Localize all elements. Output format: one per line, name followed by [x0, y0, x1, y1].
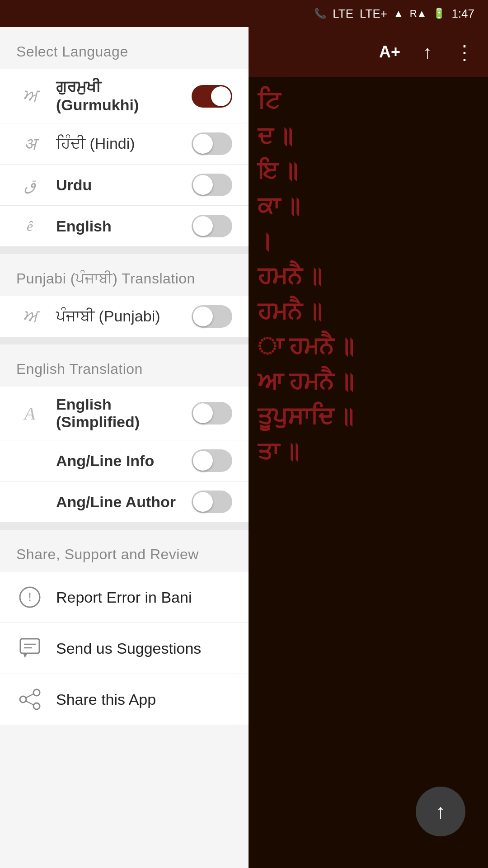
english-translation-header: English Translation	[0, 344, 249, 387]
share-app-label: Share this App	[56, 691, 156, 708]
ang-line-author-row[interactable]: Ang/Line Author	[0, 481, 249, 523]
battery-icon: 🔋	[433, 8, 445, 19]
hindi-toggle-knob	[193, 134, 213, 154]
status-bar: 📞 LTE LTE+ ▲ R▲ 🔋 1:47	[0, 0, 488, 27]
suggestions-label: Send us Suggestions	[56, 640, 201, 657]
signal-icon: ▲	[394, 8, 404, 19]
english-label: English	[56, 217, 179, 235]
hindi-toggle[interactable]	[192, 132, 232, 155]
hindi-icon: अ	[16, 134, 43, 154]
svg-point-8	[33, 703, 40, 709]
svg-rect-2	[20, 639, 39, 653]
hindi-label: ਹਿੰਦੀ (Hindi)	[56, 135, 179, 153]
ang-line-author-toggle[interactable]	[192, 491, 232, 513]
scripture-line-3: ਇ ॥	[258, 156, 474, 187]
english-icon: ê	[16, 218, 43, 235]
scripture-line-2: ਦ ॥	[258, 121, 474, 152]
divider-3	[0, 523, 249, 530]
svg-point-7	[20, 696, 26, 703]
english-simplified-label: English (Simplified)	[56, 396, 179, 431]
urdu-row[interactable]: ق Urdu	[0, 165, 249, 206]
scroll-fab[interactable]: ↑	[416, 787, 465, 836]
ang-line-author-toggle-knob	[193, 492, 213, 512]
ang-line-author-label: Ang/Line Author	[56, 493, 179, 511]
scripture-line-9: ਆ ਹਮਨੈ ॥	[258, 367, 474, 397]
punjabi-label: ਪੰਜਾਬੀ (Punjabi)	[56, 307, 179, 326]
gurmukhi-label: ਗੁਰਮੁਖੀ (Gurmukhi)	[56, 78, 179, 114]
english-toggle-knob	[193, 216, 213, 236]
suggestions-row[interactable]: Send us Suggestions	[0, 623, 249, 674]
ang-line-info-toggle[interactable]	[192, 449, 232, 472]
scroll-up-button[interactable]: ↑	[423, 42, 432, 62]
report-error-row[interactable]: ! Report Error in Bani	[0, 572, 249, 623]
gurmukhi-toggle-knob	[211, 86, 231, 106]
font-size-button[interactable]: A+	[379, 42, 400, 61]
more-options-button[interactable]: ⋮	[455, 41, 474, 64]
urdu-label: Urdu	[56, 176, 179, 194]
signal-r-icon: R▲	[410, 8, 427, 19]
english-row[interactable]: ê English	[0, 206, 249, 247]
scripture-line-1: ਟਿ	[258, 86, 474, 117]
svg-point-6	[33, 689, 40, 696]
fab-up-icon: ↑	[436, 800, 446, 823]
select-language-header: Select Language	[0, 27, 249, 69]
scripture-content: ਟਿ ਦ ॥ ਇ ॥ ਕਾ ॥ । ਹਮਨੈ ॥ ਹਮਨੈ ॥ ਾ ਹਮਨੈ ॥…	[244, 77, 488, 868]
english-simplified-toggle[interactable]	[192, 402, 232, 425]
english-toggle[interactable]	[192, 215, 232, 237]
lte-plus-label: LTE+	[360, 7, 387, 21]
report-error-label: Report Error in Bani	[56, 589, 192, 606]
gurmukhi-toggle[interactable]	[192, 85, 232, 108]
punjabi-toggle[interactable]	[192, 305, 232, 328]
scripture-line-6: ਹਮਨੈ ॥	[258, 261, 474, 292]
time-display: 1:47	[451, 7, 474, 21]
punjabi-translation-header: Punjabi (ਪੰਜਾਬੀ) Translation	[0, 254, 249, 296]
english-simplified-toggle-knob	[193, 403, 213, 423]
scripture-line-7: ਹਮਨੈ ॥	[258, 297, 474, 327]
punjabi-toggle-knob	[193, 307, 213, 326]
divider-2	[0, 337, 249, 344]
hindi-row[interactable]: अ ਹਿੰਦੀ (Hindi)	[0, 123, 249, 165]
ang-line-info-row[interactable]: Ang/Line Info	[0, 440, 249, 481]
gurmukhi-row[interactable]: ਅ ਗੁਰਮੁਖੀ (Gurmukhi)	[0, 69, 249, 123]
settings-drawer: Select Language ਅ ਗੁਰਮੁਖੀ (Gurmukhi) अ ਹ…	[0, 27, 249, 868]
suggestions-icon	[16, 635, 43, 662]
english-simplified-row[interactable]: A English (Simplified)	[0, 387, 249, 440]
scripture-line-11: ਤਾ ॥	[258, 437, 474, 467]
scripture-line-5: ।	[258, 226, 474, 257]
share-app-row[interactable]: Share this App	[0, 674, 249, 725]
punjabi-icon: ਅ	[16, 307, 43, 327]
divider-1	[0, 247, 249, 254]
svg-line-9	[26, 694, 33, 698]
ang-line-info-toggle-knob	[193, 451, 213, 471]
urdu-toggle[interactable]	[192, 174, 232, 196]
phone-icon: 📞	[314, 8, 326, 19]
punjabi-row[interactable]: ਅ ਪੰਜਾਬੀ (Punjabi)	[0, 296, 249, 337]
scripture-line-8: ਾ ਹਮਨੈ ॥	[258, 331, 474, 362]
english-simplified-icon: A	[16, 403, 43, 424]
svg-text:!: !	[28, 590, 31, 604]
lte-label: LTE	[333, 7, 353, 21]
ang-line-info-label: Ang/Line Info	[56, 452, 179, 470]
report-error-icon: !	[16, 584, 43, 611]
svg-line-10	[26, 701, 33, 705]
scripture-line-10: ਤੂਪੁਸਾਦਿ ॥	[258, 401, 474, 432]
gurmukhi-icon: ਅ	[16, 86, 43, 106]
share-support-header: Share, Support and Review	[0, 530, 249, 572]
scripture-line-4: ਕਾ ॥	[258, 191, 474, 222]
urdu-toggle-knob	[193, 175, 213, 195]
svg-marker-3	[23, 653, 28, 658]
share-icon	[16, 686, 43, 713]
urdu-icon: ق	[16, 176, 43, 194]
